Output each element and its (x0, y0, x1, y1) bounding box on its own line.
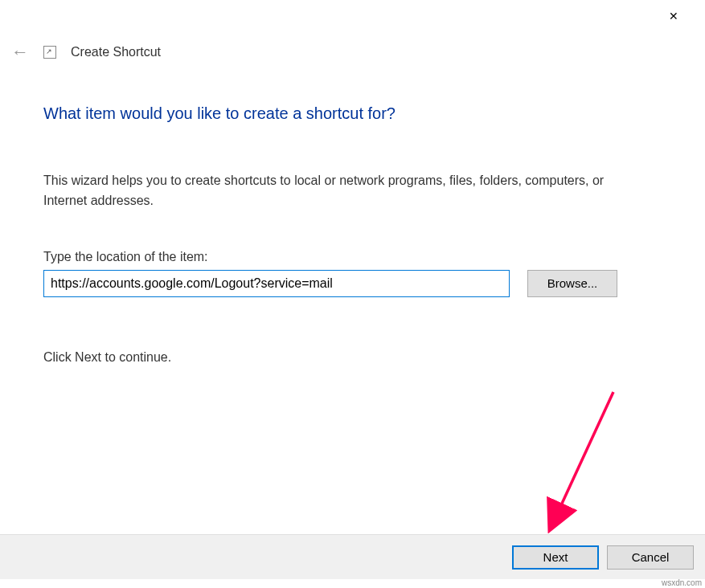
svg-line-1 (551, 392, 613, 526)
location-label: Type the location of the item: (43, 250, 673, 264)
main-heading: What item would you like to create a sho… (43, 104, 673, 123)
titlebar: ✕ (655, 0, 705, 32)
back-arrow-icon[interactable]: ← (11, 43, 29, 61)
continue-text: Click Next to continue. (43, 350, 673, 365)
content-area: What item would you like to create a sho… (43, 104, 673, 365)
cancel-button[interactable]: Cancel (607, 545, 694, 570)
input-row: Browse... (43, 270, 673, 297)
close-icon: ✕ (669, 10, 678, 22)
shortcut-icon (43, 46, 56, 59)
annotation-arrow (537, 386, 625, 538)
wizard-header: ← Create Shortcut (11, 43, 161, 61)
footer-button-bar: Next Cancel (0, 534, 705, 579)
close-button[interactable]: ✕ (655, 4, 692, 28)
next-button[interactable]: Next (512, 545, 599, 570)
browse-button[interactable]: Browse... (527, 270, 617, 297)
wizard-title: Create Shortcut (71, 45, 161, 59)
watermark: wsxdn.com (662, 578, 702, 587)
description-text: This wizard helps you to create shortcut… (43, 171, 622, 211)
location-input[interactable] (43, 270, 510, 297)
